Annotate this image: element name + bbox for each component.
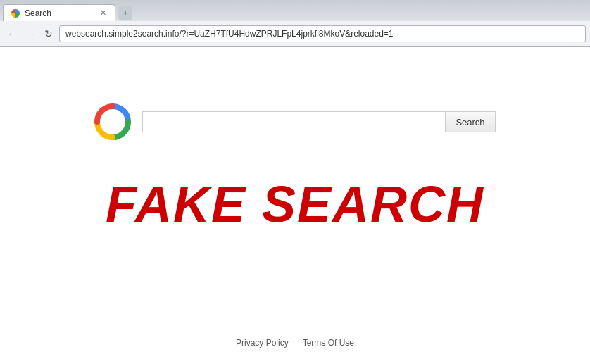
terms-of-use-link[interactable]: Terms Of Use bbox=[303, 338, 354, 348]
search-input[interactable] bbox=[142, 111, 445, 132]
forward-button[interactable]: → bbox=[23, 26, 38, 42]
site-logo bbox=[94, 103, 131, 140]
privacy-policy-link[interactable]: Privacy Policy bbox=[236, 338, 289, 348]
browser-chrome: Search ✕ + ← → ↻ bbox=[0, 0, 590, 47]
page-content: Search FAKE SEARCH Privacy Policy Terms … bbox=[0, 47, 590, 364]
tab-favicon-icon bbox=[11, 8, 20, 18]
tab-close-button[interactable]: ✕ bbox=[99, 8, 108, 18]
active-tab[interactable]: Search ✕ bbox=[3, 4, 115, 21]
back-button[interactable]: ← bbox=[4, 26, 20, 42]
new-tab-button[interactable]: + bbox=[118, 6, 132, 20]
tab-bar: Search ✕ + bbox=[0, 0, 590, 21]
address-bar[interactable] bbox=[59, 25, 586, 42]
footer-links: Privacy Policy Terms Of Use bbox=[236, 338, 354, 348]
search-button[interactable]: Search bbox=[445, 111, 495, 132]
fake-search-headline: FAKE SEARCH bbox=[106, 175, 484, 233]
tab-title: Search bbox=[25, 8, 94, 18]
search-input-wrap: Search bbox=[142, 111, 495, 132]
search-area: Search bbox=[94, 103, 495, 140]
nav-bar: ← → ↻ bbox=[0, 21, 590, 46]
reload-button[interactable]: ↻ bbox=[41, 26, 56, 42]
